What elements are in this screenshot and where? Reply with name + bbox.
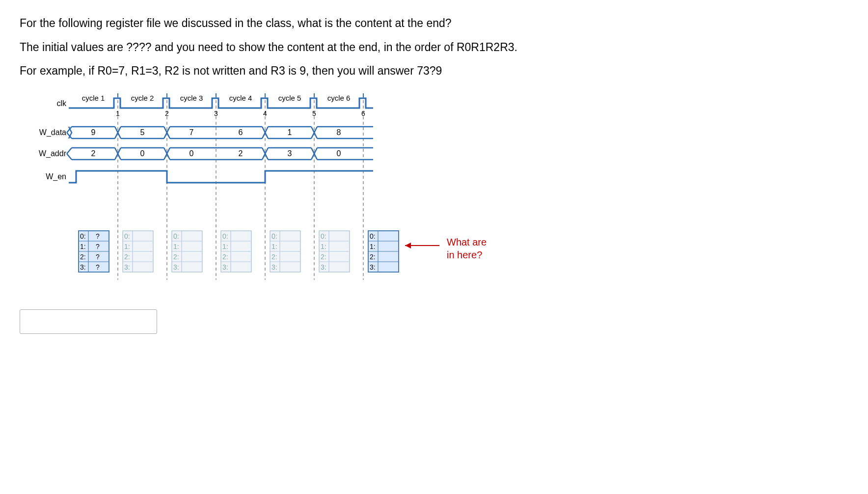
svg-text:0:: 0: [173, 232, 179, 240]
cycle-label-2: cycle 2 [131, 94, 154, 102]
annotation-line-1: What are [447, 237, 487, 247]
wdata-1: 9 [91, 128, 96, 137]
svg-text:2:: 2: [321, 253, 326, 261]
svg-text:2:: 2: [124, 253, 130, 261]
regfile-after-2: 0: 1: 2: 3: [172, 231, 202, 272]
question-line-1: For the following register file we discu… [20, 15, 848, 32]
question-line-3: For example, if R0=7, R1=3, R2 is not wr… [20, 62, 848, 80]
svg-text:3:: 3: [80, 263, 86, 271]
svg-text:2:: 2: [173, 253, 179, 261]
annotation-line-2: in here? [447, 249, 482, 260]
svg-text:1:: 1: [222, 243, 228, 250]
annotation-text: What are in here? [447, 236, 487, 261]
waddr-1: 2 [91, 149, 96, 158]
question-line-2: The initial values are ???? and you need… [20, 39, 848, 56]
waddr-6: 0 [337, 149, 341, 158]
cycle-label-6: cycle 6 [327, 94, 351, 102]
svg-text:2:: 2: [370, 253, 376, 261]
svg-text:2:: 2: [271, 253, 277, 261]
question-text: For the following register file we discu… [20, 15, 848, 80]
waddr-5: 3 [288, 149, 292, 158]
waddr-3: 0 [190, 149, 194, 158]
svg-text:3:: 3: [271, 263, 277, 271]
svg-text:?: ? [96, 243, 100, 250]
wdata-6: 8 [337, 128, 341, 137]
svg-text:3:: 3: [173, 263, 179, 271]
regfile-after-5: 0: 1: 2: 3: [319, 231, 350, 272]
svg-text:0:: 0: [321, 232, 326, 240]
svg-text:3:: 3: [124, 263, 130, 271]
svg-text:1:: 1: [80, 243, 86, 250]
svg-text:1:: 1: [173, 243, 179, 250]
svg-marker-120 [405, 243, 411, 248]
cycle-label-1: cycle 1 [82, 94, 105, 102]
timing-diagram: cycle 1 cycle 2 cycle 3 cycle 4 cycle 5 … [20, 93, 511, 290]
clk-label: clk [56, 99, 67, 108]
svg-text:1:: 1: [370, 243, 376, 250]
wdata-5: 1 [288, 128, 292, 137]
svg-line-32 [67, 148, 72, 154]
svg-text:0:: 0: [370, 232, 376, 240]
regfile-after-3: 0: 1: 2: 3: [221, 231, 251, 272]
regfile-after-1: 0: 1: 2: 3: [123, 231, 153, 272]
svg-text:3:: 3: [370, 263, 376, 271]
regfile-final: 0: 1: 2: 3: [368, 231, 399, 272]
svg-text:?: ? [96, 263, 100, 271]
svg-text:0:: 0: [222, 232, 228, 240]
waddr-label: W_addr [39, 149, 67, 158]
svg-text:2:: 2: [222, 253, 228, 261]
svg-text:1:: 1: [271, 243, 277, 250]
svg-text:2:: 2: [80, 253, 86, 261]
cycle-label-5: cycle 5 [278, 94, 301, 102]
answer-input[interactable] [20, 309, 157, 334]
waddr-2: 0 [140, 149, 145, 158]
regfile-after-4: 0: 1: 2: 3: [270, 231, 300, 272]
edge-num-2: 2 [165, 110, 169, 117]
cycle-label-3: cycle 3 [180, 94, 203, 102]
svg-text:0:: 0: [80, 232, 86, 240]
wdata-label: W_data [39, 128, 66, 137]
edge-num-1: 1 [116, 110, 120, 117]
edge-num-4: 4 [263, 110, 267, 117]
edge-num-5: 5 [312, 110, 316, 117]
svg-text:?: ? [96, 232, 100, 240]
regfile-initial: 0: 1: 2: 3: ? ? ? ? [79, 231, 109, 272]
wen-label: W_en [46, 172, 66, 181]
svg-text:3:: 3: [321, 263, 326, 271]
edge-num-3: 3 [214, 110, 218, 117]
wdata-4: 6 [239, 128, 243, 137]
svg-line-33 [67, 154, 72, 160]
svg-text:3:: 3: [222, 263, 228, 271]
wdata-3: 7 [190, 128, 194, 137]
svg-text:0:: 0: [124, 232, 130, 240]
svg-text:?: ? [96, 253, 100, 261]
cycle-label-4: cycle 4 [229, 94, 252, 102]
wdata-2: 5 [140, 128, 145, 137]
waddr-4: 2 [239, 149, 243, 158]
svg-text:0:: 0: [271, 232, 277, 240]
edge-num-6: 6 [361, 110, 365, 117]
svg-text:1:: 1: [321, 243, 326, 250]
svg-text:1:: 1: [124, 243, 130, 250]
